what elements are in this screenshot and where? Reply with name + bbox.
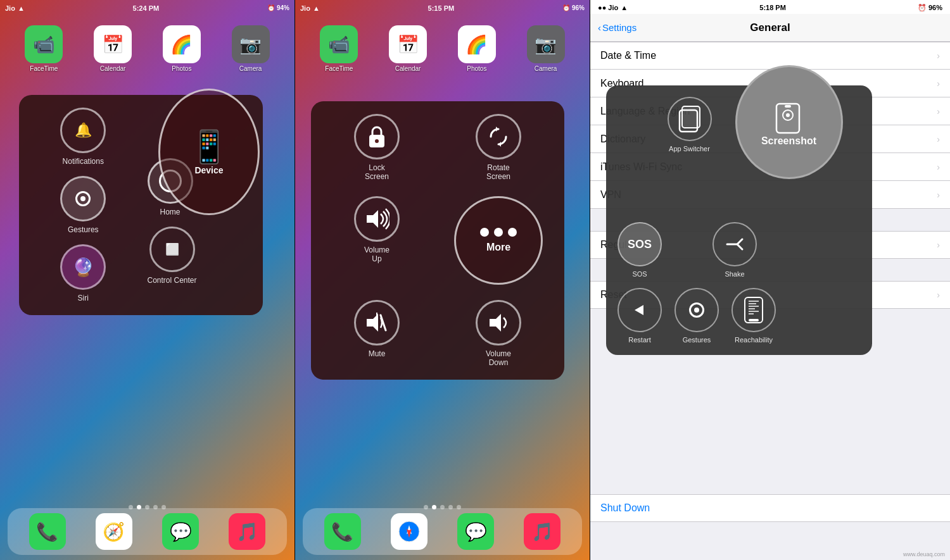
settings-back-button[interactable]: ‹ Settings xyxy=(598,22,636,33)
camera-label-mid: Camera xyxy=(535,65,557,72)
at-lock-screen-btn[interactable]: LockScreen xyxy=(324,114,430,181)
app-photos-left[interactable]: 🌈 Photos xyxy=(151,25,213,72)
language-chevron: › xyxy=(937,106,940,116)
wifi-icon-middle: ▲ xyxy=(313,4,320,12)
volume-up-label: VolumeUp xyxy=(364,246,390,263)
svg-rect-14 xyxy=(785,105,791,108)
at-rotate-screen-btn[interactable]: RotateScreen xyxy=(445,114,552,181)
app-facetime-mid[interactable]: 📹 FaceTime xyxy=(308,25,370,72)
at-mute-btn[interactable]: Mute xyxy=(324,300,430,367)
dock-music-left[interactable]: 🎵 xyxy=(229,513,265,550)
lock-screen-icon xyxy=(354,114,400,159)
app-camera-left[interactable]: 📷 Camera xyxy=(219,25,282,72)
carrier-middle: Jio xyxy=(300,4,310,12)
at-notifications-btn[interactable]: 🔔 Notifications xyxy=(32,108,135,166)
svg-marker-16 xyxy=(635,305,643,315)
middle-assistive-overlay: LockScreen RotateScreen xyxy=(311,101,564,380)
device-phone-icon: 📱 xyxy=(189,128,229,165)
gestures-label: Gestures xyxy=(68,225,99,234)
device-submenu: LockScreen RotateScreen xyxy=(324,114,552,367)
device-large-circle[interactable]: 📱 Device xyxy=(158,89,260,215)
at-volume-down-btn[interactable]: VolumeDown xyxy=(445,300,552,367)
left-status-bar: Jio ▲ 5:24 PM ⏰ 94% xyxy=(0,0,294,14)
settings-time: 5:18 PM xyxy=(759,4,786,11)
volume-down-icon xyxy=(476,300,521,345)
dictionary-chevron: › xyxy=(937,134,940,144)
middle-status-right: ⏰ 96% xyxy=(562,4,585,11)
at-app-switcher-btn[interactable]: App Switcher xyxy=(668,97,712,152)
middle-status-bar: Jio ▲ 5:15 PM ⏰ 96% xyxy=(295,0,590,14)
middle-app-grid: 📹 FaceTime 📅 Calendar 🌈 Photos 📷 Camera xyxy=(295,19,590,78)
volume-up-icon xyxy=(354,196,400,242)
app-calendar-left[interactable]: 📅 Calendar xyxy=(82,25,144,72)
more-dots xyxy=(480,228,517,237)
dock-safari-left[interactable]: 🧭 xyxy=(96,513,132,550)
date-time-chevron: › xyxy=(937,51,940,61)
dock-phone-mid[interactable]: 📞 xyxy=(324,513,361,550)
rotate-screen-label: RotateScreen xyxy=(486,163,510,181)
at-shake-btn[interactable]: Shake xyxy=(712,222,757,278)
dock-phone-left[interactable]: 📞 xyxy=(29,513,66,550)
app-facetime-left[interactable]: 📹 FaceTime xyxy=(13,25,75,72)
app-calendar-mid[interactable]: 📅 Calendar xyxy=(377,25,440,72)
battery-left: 94% xyxy=(277,4,289,11)
dock-safari-mid[interactable] xyxy=(391,513,428,550)
at-gestures-settings-btn[interactable]: Gestures xyxy=(674,288,719,344)
settings-alarm-icon: ⏰ xyxy=(918,4,927,12)
shake-label: Shake xyxy=(725,270,744,278)
at-restart-btn[interactable]: Restart xyxy=(618,288,662,344)
app-camera-mid[interactable]: 📷 Camera xyxy=(514,25,577,72)
photos-label-left: Photos xyxy=(172,65,191,72)
back-chevron-icon: ‹ xyxy=(598,22,601,33)
svg-rect-18 xyxy=(749,319,759,321)
dock-messages-mid[interactable]: 💬 xyxy=(457,513,494,550)
more-label: More xyxy=(486,242,510,253)
siri-label: Siri xyxy=(78,294,89,302)
screenshot-label-large: Screenshot xyxy=(761,135,816,147)
gestures-icon xyxy=(60,176,106,221)
middle-dock: 📞 💬 🎵 xyxy=(303,508,582,555)
reachability-label: Reachability xyxy=(735,336,773,344)
settings-nav: ‹ Settings General xyxy=(590,14,950,42)
device-menu: 🔔 Notifications Gestures 🔮 Siri xyxy=(32,108,250,302)
alarm-icon-middle: ⏰ xyxy=(562,4,570,11)
photos-icon-left: 🌈 xyxy=(163,25,201,63)
notifications-label: Notifications xyxy=(63,157,104,166)
at-siri-btn[interactable]: 🔮 Siri xyxy=(32,244,135,302)
dock-music-mid[interactable]: 🎵 xyxy=(524,513,560,550)
shut-down-section: Shut Down xyxy=(590,472,950,522)
left-dock: 📞 🧭 💬 🎵 xyxy=(8,508,287,555)
gestures-settings-icon xyxy=(674,288,719,332)
photos-label-mid: Photos xyxy=(467,65,486,72)
settings-status-bar: ●● Jio ▲ 5:18 PM ⏰ 96% xyxy=(590,0,950,14)
svg-marker-3 xyxy=(367,314,378,332)
left-assistive-overlay: 🔔 Notifications Gestures 🔮 Siri xyxy=(19,95,263,315)
facetime-icon-left: 📹 xyxy=(25,25,63,63)
settings-title: General xyxy=(750,22,790,34)
more-circle[interactable]: More xyxy=(454,196,543,285)
app-switcher-icon xyxy=(668,97,712,141)
at-gestures-btn[interactable]: Gestures xyxy=(32,176,135,234)
svg-rect-10 xyxy=(682,106,700,128)
svg-point-1 xyxy=(375,139,379,143)
restart-icon xyxy=(618,288,662,332)
at-control-center-btn[interactable]: ⬜ Control Center xyxy=(148,227,197,285)
itunes-chevron: › xyxy=(937,162,940,172)
at-settings-top-row: App Switcher Screenshot xyxy=(618,97,861,159)
dock-messages-left[interactable]: 💬 xyxy=(162,513,199,550)
left-phone-panel: Jio ▲ 5:24 PM ⏰ 94% 📹 FaceTime 📅 Calenda… xyxy=(0,0,294,560)
date-time-row[interactable]: Date & Time › xyxy=(590,42,950,70)
middle-status-left: Jio ▲ xyxy=(300,4,320,12)
app-photos-mid[interactable]: 🌈 Photos xyxy=(446,25,509,72)
reachability-icon xyxy=(732,288,776,332)
at-sos-btn[interactable]: SOS SOS xyxy=(618,222,662,278)
regulatory-chevron: › xyxy=(937,240,940,250)
shut-down-label: Shut Down xyxy=(600,502,650,514)
at-volume-up-btn[interactable]: VolumeUp xyxy=(324,196,430,285)
screenshot-large-circle[interactable]: Screenshot xyxy=(735,65,843,179)
carrier-left: Jio xyxy=(5,4,15,12)
shut-down-row[interactable]: Shut Down xyxy=(590,494,950,522)
mute-icon xyxy=(354,300,400,345)
gap-3 xyxy=(590,472,950,494)
at-reachability-btn[interactable]: Reachability xyxy=(732,288,776,344)
